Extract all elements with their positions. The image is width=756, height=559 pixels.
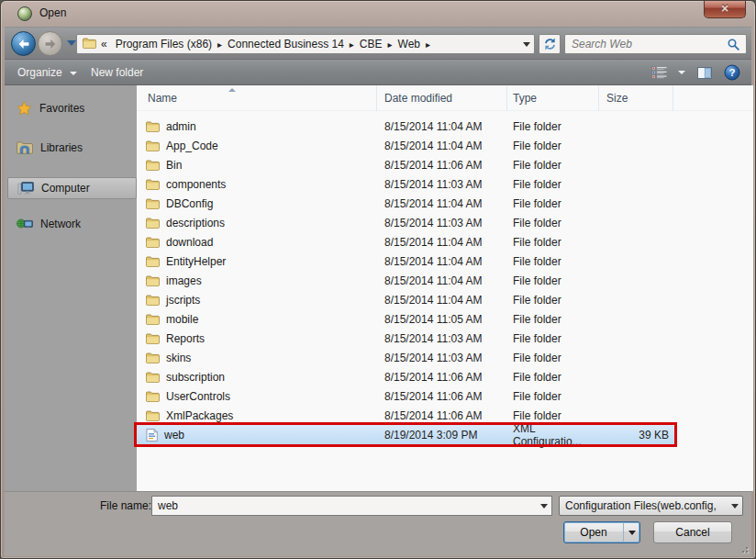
- breadcrumb-separator-icon[interactable]: ▸: [386, 39, 395, 50]
- organize-label: Organize: [17, 66, 62, 79]
- sidebar-item-network[interactable]: Network: [7, 213, 137, 235]
- table-row[interactable]: images8/15/2014 11:04 AMFile folder: [137, 271, 674, 290]
- column-header-type[interactable]: Type: [507, 85, 599, 111]
- open-dialog-window: Open × « Program Files (x86)▸Connected B…: [0, 0, 756, 559]
- folder-icon: [146, 179, 160, 190]
- type-cell: File folder: [507, 120, 599, 133]
- address-bar[interactable]: « Program Files (x86)▸Connected Business…: [76, 34, 535, 54]
- close-button[interactable]: ×: [704, 1, 746, 18]
- resize-grip[interactable]: [738, 542, 749, 553]
- file-name-input[interactable]: web: [151, 496, 552, 516]
- folder-icon: [146, 121, 160, 132]
- organize-button[interactable]: Organize: [12, 60, 83, 85]
- breadcrumb-item[interactable]: Connected Business 14: [224, 38, 348, 50]
- open-split-dropdown-icon[interactable]: [623, 522, 639, 542]
- table-row[interactable]: components8/15/2014 11:03 AMFile folder: [137, 174, 674, 194]
- table-row[interactable]: skins8/15/2014 11:03 AMFile folder: [137, 348, 674, 367]
- cancel-button[interactable]: Cancel: [653, 521, 732, 543]
- table-row[interactable]: EntityHelper8/15/2014 11:04 AMFile folde…: [137, 252, 674, 271]
- file-name-cell: web: [137, 429, 377, 442]
- file-name-cell: skins: [137, 352, 377, 364]
- type-cell: File folder: [507, 255, 599, 268]
- folder-icon: [146, 256, 160, 267]
- libraries-icon: [17, 141, 33, 154]
- type-cell: File folder: [507, 274, 599, 287]
- refresh-button[interactable]: [539, 34, 561, 54]
- help-button[interactable]: ?: [724, 64, 740, 81]
- sidebar-item-libraries[interactable]: Libraries: [7, 137, 137, 159]
- column-header-size[interactable]: Size: [599, 85, 673, 111]
- table-row[interactable]: jscripts8/15/2014 11:04 AMFile folder: [137, 290, 674, 309]
- breadcrumb-item[interactable]: Program Files (x86): [112, 38, 216, 50]
- change-view-button[interactable]: [651, 66, 685, 79]
- breadcrumb-item[interactable]: Web: [395, 38, 424, 50]
- back-button[interactable]: [11, 31, 36, 56]
- forward-button[interactable]: [38, 31, 62, 56]
- table-row[interactable]: Bin8/15/2014 11:06 AMFile folder: [137, 155, 674, 174]
- size-cell: 39 KB: [599, 429, 673, 442]
- column-header-name[interactable]: Name: [137, 85, 377, 111]
- file-type-value: Configuration Files(web.config,: [560, 499, 728, 512]
- breadcrumb-item[interactable]: CBE: [356, 38, 386, 50]
- table-row[interactable]: download8/15/2014 11:04 AMFile folder: [137, 232, 674, 252]
- search-box[interactable]: Search Web: [564, 34, 747, 54]
- search-icon[interactable]: [728, 39, 739, 50]
- file-name-dropdown-icon[interactable]: [537, 504, 551, 509]
- breadcrumb-separator-icon[interactable]: ▸: [348, 39, 356, 50]
- history-dropdown-icon[interactable]: [67, 40, 76, 46]
- svg-text:?: ?: [729, 67, 736, 78]
- column-header-date-modified[interactable]: Date modified: [377, 85, 507, 111]
- sidebar-item-computer[interactable]: Computer: [7, 177, 137, 199]
- file-name-cell: subscription: [137, 371, 377, 384]
- command-toolbar: Organize New folder: [5, 60, 751, 85]
- sidebar-item-favorites[interactable]: Favorites: [7, 97, 137, 119]
- date-modified-cell: 8/15/2014 11:04 AM: [377, 294, 507, 307]
- type-cell: File folder: [507, 409, 599, 422]
- new-folder-button[interactable]: New folder: [85, 60, 149, 85]
- date-modified-cell: 8/15/2014 11:04 AM: [377, 255, 507, 268]
- type-cell: File folder: [507, 197, 599, 210]
- type-cell: File folder: [507, 236, 599, 249]
- table-row[interactable]: Reports8/15/2014 11:03 AMFile folder: [137, 329, 674, 348]
- breadcrumb-overflow-chevron[interactable]: «: [101, 38, 107, 50]
- table-row[interactable]: descriptions8/15/2014 11:03 AMFile folde…: [137, 213, 674, 232]
- table-row[interactable]: UserControls8/15/2014 11:06 AMFile folde…: [137, 386, 674, 406]
- date-modified-cell: 8/15/2014 11:04 AM: [377, 197, 507, 210]
- table-row[interactable]: App_Code8/15/2014 11:04 AMFile folder: [137, 136, 674, 155]
- breadcrumb-separator-icon[interactable]: ▸: [424, 39, 432, 50]
- date-modified-cell: 8/15/2014 11:03 AM: [377, 332, 507, 345]
- date-modified-cell: 8/15/2014 11:04 AM: [377, 274, 507, 287]
- preview-pane-button[interactable]: [697, 67, 712, 79]
- navigation-sidebar: Favorites Libraries Computer: [5, 85, 137, 491]
- folder-icon: [146, 140, 160, 151]
- table-row[interactable]: admin8/15/2014 11:04 AMFile folder: [137, 117, 674, 136]
- sidebar-item-label: Libraries: [40, 141, 83, 154]
- breadcrumb-separator-icon[interactable]: ▸: [216, 39, 224, 50]
- help-icon: ?: [724, 64, 740, 81]
- type-cell: File folder: [507, 178, 599, 191]
- refresh-icon: [543, 38, 557, 50]
- table-row[interactable]: DBConfig8/15/2014 11:04 AMFile folder: [137, 194, 674, 213]
- sidebar-item-label: Favorites: [39, 102, 84, 115]
- file-type-dropdown-icon[interactable]: [728, 504, 742, 509]
- address-folder-icon: [83, 38, 96, 51]
- file-name-cell: descriptions: [137, 217, 377, 229]
- type-cell: File folder: [507, 371, 599, 384]
- date-modified-cell: 8/15/2014 11:03 AM: [377, 217, 507, 229]
- window-title: Open: [39, 1, 66, 27]
- file-name-cell: images: [137, 274, 377, 287]
- file-type-select[interactable]: Configuration Files(web.config,: [559, 496, 743, 516]
- table-row[interactable]: web8/19/2014 3:09 PMXML Configuratio...3…: [137, 425, 674, 444]
- address-dropdown-icon[interactable]: [523, 42, 530, 47]
- sort-ascending-icon: [228, 88, 236, 92]
- table-row[interactable]: subscription8/15/2014 11:06 AMFile folde…: [137, 367, 674, 386]
- file-name-value: web: [152, 499, 537, 512]
- file-name-cell: Bin: [137, 159, 377, 172]
- date-modified-cell: 8/15/2014 11:06 AM: [377, 159, 507, 172]
- folder-icon: [146, 160, 160, 171]
- table-row[interactable]: mobile8/15/2014 11:05 AMFile folder: [137, 309, 674, 329]
- file-name-cell: EntityHelper: [137, 255, 377, 268]
- open-button[interactable]: Open: [563, 521, 640, 543]
- sidebar-item-label: Computer: [41, 182, 90, 195]
- file-name-cell: admin: [137, 120, 377, 133]
